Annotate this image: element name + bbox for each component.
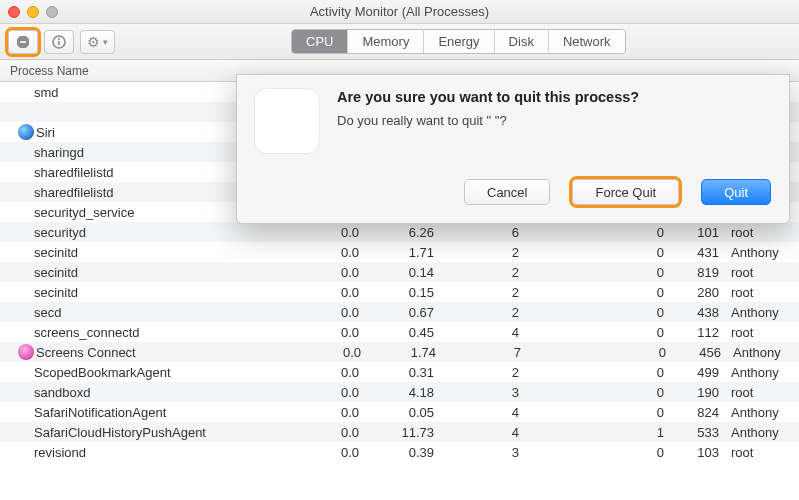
cell: 0.14 xyxy=(359,265,434,280)
table-row[interactable]: SafariCloudHistoryPushAgent0.011.7341533… xyxy=(0,422,799,442)
cell: 0.0 xyxy=(304,325,359,340)
table-row[interactable]: screens_connectd0.00.4540112root xyxy=(0,322,799,342)
cell: 0.0 xyxy=(304,385,359,400)
force-quit-button[interactable]: Force Quit xyxy=(572,179,679,205)
stop-process-button[interactable] xyxy=(8,30,38,54)
cell: 533 xyxy=(664,425,719,440)
cell: 0.0 xyxy=(304,305,359,320)
cell-user: Anthony xyxy=(719,245,799,260)
table-row[interactable]: secinitd0.00.1420819root xyxy=(0,262,799,282)
process-app-icon xyxy=(18,243,32,261)
cell: 0 xyxy=(519,385,664,400)
window-title: Activity Monitor (All Processes) xyxy=(0,4,799,19)
table-row[interactable]: Screens Connect0.01.7470456Anthony xyxy=(0,342,799,362)
table-row[interactable]: secinitd0.01.7120431Anthony xyxy=(0,242,799,262)
process-name: ScopedBookmarkAgent xyxy=(34,365,304,380)
settings-menu-button[interactable]: ⚙ ▾ xyxy=(80,30,115,54)
tab-cpu[interactable]: CPU xyxy=(292,30,348,53)
table-row[interactable]: secd0.00.6720438Anthony xyxy=(0,302,799,322)
tab-energy[interactable]: Energy xyxy=(424,30,494,53)
cell: 819 xyxy=(664,265,719,280)
table-row[interactable]: SafariNotificationAgent0.00.0540824Antho… xyxy=(0,402,799,422)
inspect-process-button[interactable] xyxy=(44,30,74,54)
cell: 0.0 xyxy=(304,245,359,260)
process-app-icon xyxy=(18,383,32,401)
process-name: screens_connectd xyxy=(34,325,304,340)
cell: 0 xyxy=(519,445,664,460)
process-app-icon xyxy=(18,183,32,201)
process-app-icon xyxy=(18,83,32,101)
tab-network[interactable]: Network xyxy=(549,30,625,53)
process-name: SafariNotificationAgent xyxy=(34,405,304,420)
svg-rect-1 xyxy=(20,41,26,43)
process-app-icon xyxy=(18,203,32,221)
process-app-icon xyxy=(18,443,32,461)
process-app-icon xyxy=(18,343,34,361)
app-icon xyxy=(255,89,319,153)
cell: 0.15 xyxy=(359,285,434,300)
tab-disk[interactable]: Disk xyxy=(495,30,549,53)
cell: 11.73 xyxy=(359,425,434,440)
cell: 0.31 xyxy=(359,365,434,380)
cell: 0.0 xyxy=(304,425,359,440)
cell-user: root xyxy=(719,225,799,240)
process-app-icon xyxy=(18,423,32,441)
column-process-name[interactable]: Process Name xyxy=(10,64,89,78)
dialog-message-prefix: Do you really want to quit " xyxy=(337,113,491,128)
gear-icon: ⚙ xyxy=(87,34,100,50)
table-row[interactable]: sandboxd0.04.1830190root xyxy=(0,382,799,402)
cell: 2 xyxy=(434,365,519,380)
cell: 101 xyxy=(664,225,719,240)
cell: 4 xyxy=(434,325,519,340)
cell: 0 xyxy=(521,345,666,360)
cell-user: root xyxy=(719,445,799,460)
dialog-title: Are you sure you want to quit this proce… xyxy=(337,89,639,105)
table-row[interactable]: ScopedBookmarkAgent0.00.3120499Anthony xyxy=(0,362,799,382)
cell: 499 xyxy=(664,365,719,380)
cell-user: Anthony xyxy=(719,305,799,320)
table-row[interactable]: secinitd0.00.1520280root xyxy=(0,282,799,302)
cancel-button[interactable]: Cancel xyxy=(464,179,550,205)
dialog-message-suffix: "? xyxy=(495,113,507,128)
toolbar-left-group: ⚙ ▾ xyxy=(8,30,115,54)
table-row[interactable]: securityd0.06.2660101root xyxy=(0,222,799,242)
process-name: securityd xyxy=(34,225,304,240)
cell: 0 xyxy=(519,225,664,240)
titlebar: Activity Monitor (All Processes) xyxy=(0,0,799,24)
cell: 1.71 xyxy=(359,245,434,260)
svg-point-3 xyxy=(58,37,60,39)
cell: 2 xyxy=(434,305,519,320)
cell: 0.0 xyxy=(304,445,359,460)
cell: 0.05 xyxy=(359,405,434,420)
cell: 0 xyxy=(519,245,664,260)
cell: 190 xyxy=(664,385,719,400)
cell: 0.0 xyxy=(304,265,359,280)
cell: 0.39 xyxy=(359,445,434,460)
cell: 0.0 xyxy=(304,225,359,240)
process-app-icon xyxy=(18,223,32,241)
cell: 456 xyxy=(666,345,721,360)
cell: 0.0 xyxy=(304,365,359,380)
cell: 103 xyxy=(664,445,719,460)
cell: 0 xyxy=(519,305,664,320)
process-app-icon xyxy=(18,263,32,281)
cell: 1 xyxy=(519,425,664,440)
process-name: revisiond xyxy=(34,445,304,460)
cell: 4 xyxy=(434,425,519,440)
process-name: secinitd xyxy=(34,245,304,260)
svg-rect-4 xyxy=(58,41,60,45)
cell-user: Anthony xyxy=(721,345,799,360)
cell: 2 xyxy=(434,265,519,280)
quit-button[interactable]: Quit xyxy=(701,179,771,205)
cell-user: Anthony xyxy=(719,365,799,380)
cell: 438 xyxy=(664,305,719,320)
table-row[interactable]: revisiond0.00.3930103root xyxy=(0,442,799,462)
tab-memory[interactable]: Memory xyxy=(348,30,424,53)
cell-user: Anthony xyxy=(719,425,799,440)
cell: 6.26 xyxy=(359,225,434,240)
cell-user: root xyxy=(719,285,799,300)
dialog-message: Do you really want to quit " "? xyxy=(337,113,639,128)
cell-user: root xyxy=(719,325,799,340)
cell: 0.0 xyxy=(304,405,359,420)
process-app-icon xyxy=(18,163,32,181)
